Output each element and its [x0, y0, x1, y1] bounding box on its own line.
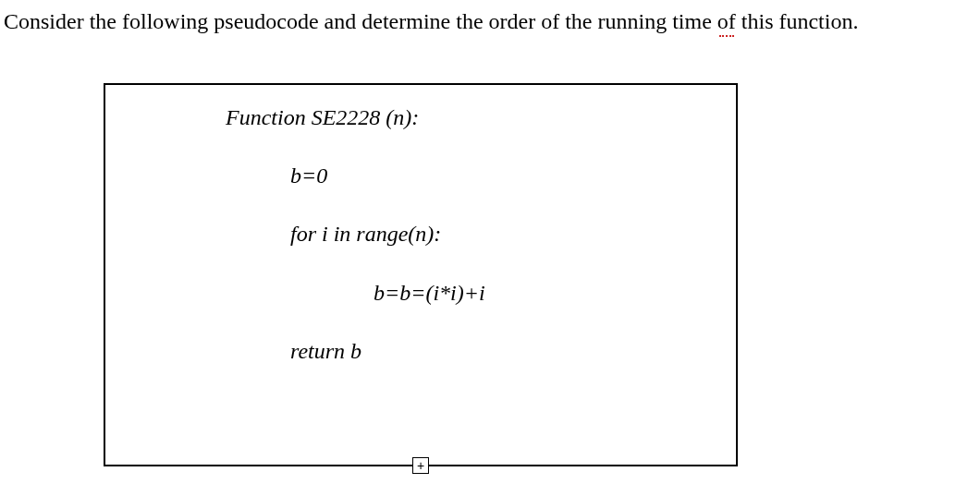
- question-suffix: this function.: [736, 9, 859, 33]
- expand-handle-icon[interactable]: [412, 457, 429, 474]
- question-underlined-word: of: [717, 9, 736, 34]
- code-function-header: Function SE2228 (n):: [226, 103, 708, 132]
- code-body: b=b=(i*i)+i: [226, 279, 708, 308]
- code-return: return b: [226, 337, 708, 366]
- code-init: b=0: [226, 162, 708, 190]
- question-prefix: Consider the following pseudocode and de…: [4, 9, 717, 33]
- pseudocode-box: Function SE2228 (n): b=0 for i in range(…: [104, 83, 738, 466]
- question-text: Consider the following pseudocode and de…: [0, 9, 980, 34]
- code-loop: for i in range(n):: [226, 220, 708, 248]
